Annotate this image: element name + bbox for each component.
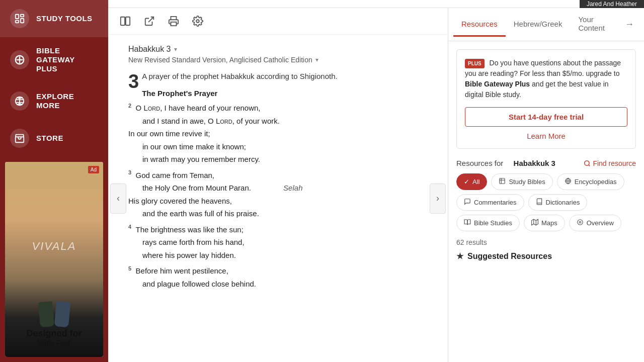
user-badge[interactable]: Jared And Heather bbox=[580, 0, 644, 8]
filter-bible-studies[interactable]: Bible Studies bbox=[456, 215, 520, 231]
collapse-panel-button[interactable]: → bbox=[620, 14, 639, 35]
store-icon bbox=[10, 129, 29, 148]
filter-bs-icon bbox=[464, 219, 471, 227]
version-selector[interactable]: New Revised Standard Version, Anglicised… bbox=[128, 56, 428, 64]
filter-overview-label: Overview bbox=[587, 219, 614, 227]
verse-num-3: 3 bbox=[128, 169, 131, 175]
filter-all-check: ✓ bbox=[464, 178, 469, 186]
external-link-button[interactable] bbox=[142, 14, 156, 28]
advertisement: Ad VIVALA Designed for Wide Feet bbox=[5, 162, 103, 357]
ad-badge: Ad bbox=[88, 166, 99, 173]
filter-overview[interactable]: Overview bbox=[569, 215, 621, 231]
filter-dictionaries[interactable]: Dictionaries bbox=[528, 194, 588, 211]
verse-2: 2 O LORD, I have heard of your renown, a… bbox=[128, 102, 428, 166]
print-button[interactable] bbox=[167, 14, 181, 28]
sidebar-item-label-explore: EXPLORE MORE bbox=[36, 92, 98, 110]
book-chevron-icon: ▾ bbox=[174, 46, 177, 53]
verse-5: 5 Before him went pestilence, and plague… bbox=[128, 264, 428, 290]
svg-point-28 bbox=[579, 221, 581, 223]
svg-rect-2 bbox=[21, 19, 24, 23]
svg-rect-0 bbox=[16, 15, 19, 19]
sidebar-item-study-tools[interactable]: STUDY TOOLS bbox=[0, 0, 108, 37]
tab-resources[interactable]: Resources bbox=[453, 13, 506, 37]
svg-rect-3 bbox=[16, 21, 19, 23]
filter-maps-icon bbox=[531, 219, 538, 227]
verse-text-2-line5: in wrath may you remember mercy. bbox=[128, 153, 428, 166]
find-resource-button[interactable]: Find resource bbox=[584, 159, 636, 167]
filter-enc-icon bbox=[565, 177, 572, 186]
svg-line-14 bbox=[148, 17, 153, 22]
book-selector[interactable]: Habakkuk 3 ▾ bbox=[128, 45, 428, 54]
resources-body: PLUS Do you have questions about the pas… bbox=[448, 41, 644, 362]
results-count: 62 results bbox=[456, 238, 636, 246]
plus-promo-box: PLUS Do you have questions about the pas… bbox=[456, 49, 636, 149]
filter-study-bibles-label: Study Bibles bbox=[509, 178, 545, 186]
svg-rect-12 bbox=[121, 17, 125, 26]
verse-num-5: 5 bbox=[128, 265, 131, 272]
verse-num-2: 2 bbox=[128, 103, 131, 109]
resources-for-passage: Habakkuk 3 bbox=[514, 159, 555, 167]
trial-button[interactable]: Start 14-day free trial bbox=[465, 107, 627, 127]
suggested-heading-label: Suggested Resources bbox=[467, 252, 552, 261]
filter-buttons: ✓ All Study Bibles bbox=[456, 173, 636, 231]
filter-maps-label: Maps bbox=[541, 219, 557, 227]
ad-brand: VIVALA bbox=[32, 240, 76, 253]
filter-study-bibles-icon bbox=[499, 177, 506, 186]
verse-text-5-line1: Before him went pestilence, bbox=[136, 266, 228, 275]
filter-commentaries[interactable]: Commentaries bbox=[456, 194, 524, 211]
verse-text-4-line1: The brightness was like the sun; bbox=[136, 225, 244, 234]
next-chapter-button[interactable]: › bbox=[430, 184, 446, 214]
verse-text-4-line2: rays came forth from his hand, bbox=[128, 236, 428, 249]
verse-text-3-line1: God came from Teman, bbox=[136, 171, 214, 179]
verse-text-2-line2: and I stand in awe, O LORD, of your work… bbox=[128, 115, 428, 128]
prev-chapter-button[interactable]: ‹ bbox=[110, 184, 126, 214]
promo-bold: Bible Gateway Plus bbox=[465, 80, 530, 88]
settings-button[interactable] bbox=[191, 14, 205, 28]
filter-encyclopedias[interactable]: Encyclopedias bbox=[557, 173, 624, 190]
sidebar-item-label-store: STORE bbox=[36, 134, 63, 143]
svg-rect-1 bbox=[21, 15, 24, 17]
svg-point-27 bbox=[577, 220, 583, 225]
sidebar-item-bible-gateway-plus[interactable]: BIBLE GATEWAY PLUS bbox=[0, 37, 108, 82]
tab-hebrew-greek[interactable]: Hebrew/Greek bbox=[506, 13, 571, 37]
parallel-view-button[interactable] bbox=[118, 14, 132, 28]
filter-study-bibles[interactable]: Study Bibles bbox=[491, 173, 552, 190]
sidebar-item-store[interactable]: STORE bbox=[0, 120, 108, 157]
bible-content: ‹ › Habakkuk 3 ▾ New Revised Standard Ve… bbox=[108, 35, 448, 362]
verse-text-4-line3: where his power lay hidden. bbox=[128, 249, 428, 262]
verse-4: 4 The brightness was like the sun; rays … bbox=[128, 223, 428, 262]
verse-intro: 3 A prayer of the prophet Habakkuk accor… bbox=[128, 72, 428, 81]
version-chevron-icon: ▾ bbox=[315, 56, 318, 63]
filter-ov-icon bbox=[577, 219, 584, 227]
learn-more-link[interactable]: Learn More bbox=[465, 132, 627, 140]
tab-your-content[interactable]: Your Content bbox=[570, 8, 620, 41]
verse-text-3-line4: and the earth was full of his praise. bbox=[128, 207, 428, 220]
sidebar-item-label-bgp: BIBLE GATEWAY PLUS bbox=[36, 46, 98, 73]
filter-all[interactable]: ✓ All bbox=[456, 173, 487, 190]
promo-text: PLUS Do you have questions about the pas… bbox=[465, 58, 627, 100]
svg-rect-19 bbox=[500, 178, 505, 184]
find-resource-label: Find resource bbox=[593, 159, 636, 167]
top-bar: Jared And Heather bbox=[108, 0, 644, 8]
selah-mark: Selah bbox=[283, 184, 302, 192]
ad-headline2: Wide Feet bbox=[21, 339, 87, 347]
promo-text-before: Do you have questions about the passage … bbox=[465, 59, 621, 77]
filter-bible-studies-label: Bible Studies bbox=[474, 219, 512, 227]
svg-line-18 bbox=[589, 164, 590, 166]
section-heading: The Prophet's Prayer bbox=[128, 89, 428, 98]
filter-commentaries-label: Commentaries bbox=[474, 199, 517, 206]
sidebar-item-explore-more[interactable]: EXPLORE MORE bbox=[0, 82, 108, 120]
filter-dictionaries-label: Dictionaries bbox=[546, 199, 580, 206]
suggested-heading: ★ Suggested Resources bbox=[456, 251, 636, 261]
verse-text-2-line1: O LORD, I have heard of your renown, bbox=[136, 104, 261, 112]
filter-dict-icon bbox=[536, 198, 543, 207]
filter-encyclopedias-label: Encyclopedias bbox=[575, 178, 617, 186]
study-tools-icon bbox=[10, 9, 29, 28]
sidebar-item-label-study-tools: STUDY TOOLS bbox=[36, 14, 93, 23]
filter-maps[interactable]: Maps bbox=[524, 215, 565, 231]
ad-headline1: Designed for bbox=[21, 328, 87, 339]
sidebar: STUDY TOOLS BIBLE GATEWAY PLUS EXPLORE M… bbox=[0, 0, 108, 362]
bible-panel: ‹ › Habakkuk 3 ▾ New Revised Standard Ve… bbox=[108, 8, 448, 362]
resources-for-section: Resources for Habakkuk 3 Find resource bbox=[456, 159, 636, 167]
explore-more-icon bbox=[10, 92, 29, 111]
